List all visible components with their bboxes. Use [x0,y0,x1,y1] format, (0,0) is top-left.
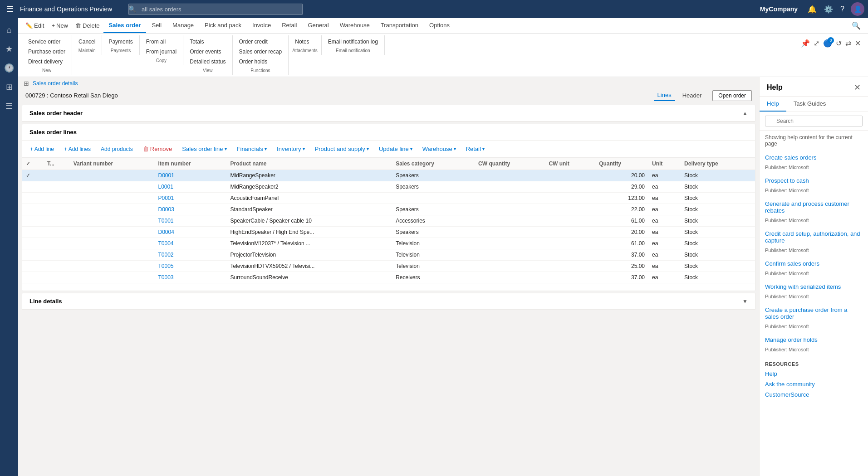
ribbon-purchase-order-btn[interactable]: Purchase order [25,47,68,56]
filter-icon[interactable]: ⊞ [24,80,29,87]
cell-item[interactable]: T0005 [154,261,226,272]
line-details-toggle[interactable]: Line details ▼ [22,293,755,310]
retail-btn[interactable]: Retail ▾ [462,143,489,155]
cell-item[interactable]: L0001 [154,181,226,193]
ribbon-new-btn[interactable]: + New [48,19,72,32]
help-search-input[interactable] [765,116,863,126]
table-row[interactable]: T0001 SpeakerCable / Speaker cable 10 Ac… [22,215,755,227]
ribbon-edit-btn[interactable]: ✏️ Edit [22,19,48,32]
help-article-link[interactable]: Prospect to cash [760,174,868,188]
cell-item[interactable]: P0001 [154,193,226,204]
tab-manage[interactable]: Manage [167,18,199,33]
help-article-link[interactable]: Manage order holds [760,333,868,347]
table-row[interactable]: D0004 HighEndSpeaker / High End Spe... S… [22,227,755,238]
table-row[interactable]: L0001 MidRangeSpeaker2 Speakers 29.00 ea… [22,181,755,193]
ribbon-service-order-btn[interactable]: Service order [25,37,68,46]
tab-options[interactable]: Options [424,18,455,33]
help-article-link[interactable]: Create sales orders [760,151,868,165]
expand-icon[interactable]: ⤢ [812,37,821,49]
pin-icon[interactable]: 📌 [799,37,812,49]
cell-item[interactable]: T0003 [154,272,226,283]
table-row[interactable]: T0002 ProjectorTelevision Television 37.… [22,249,755,261]
avatar[interactable]: 👤 [851,2,864,16]
nav-workspaces-icon[interactable]: ⊞ [0,78,18,96]
sync-icon[interactable]: ⇄ [843,37,853,49]
bell-icon[interactable]: 🔔 [805,3,819,15]
ribbon-delete-btn[interactable]: 🗑 Delete [72,19,103,32]
table-row[interactable]: D0003 StandardSpeaker Speakers 22.00 ea … [22,204,755,215]
cell-item[interactable]: D0004 [154,227,226,238]
help-article-link[interactable]: Credit card setup, authorization, and ca… [760,227,868,248]
tab-header[interactable]: Header [679,90,706,101]
tab-pick-and-pack[interactable]: Pick and pack [199,18,247,33]
h-scrollbar[interactable] [22,283,755,289]
open-order-button[interactable]: Open order [712,90,752,101]
ribbon-order-holds-btn[interactable]: Order holds [236,57,285,66]
help-article-link[interactable]: Working with serialized items [760,280,868,294]
breadcrumb[interactable]: Sales order details [33,80,78,87]
add-products-btn[interactable]: Add products [97,144,137,155]
tab-lines[interactable]: Lines [654,90,675,101]
ribbon-from-all-btn[interactable]: From all [143,37,179,46]
sales-order-header-toggle[interactable]: Sales order header ▲ [22,105,755,121]
nav-modules-icon[interactable]: ☰ [0,97,18,115]
ribbon-notes-btn[interactable]: Notes [292,37,312,46]
help-icon[interactable]: ? [838,3,847,15]
cell-item[interactable]: T0002 [154,249,226,261]
sales-order-line-btn[interactable]: Sales order line ▾ [178,143,230,155]
nav-home-icon[interactable]: ⌂ [0,22,18,39]
table-row[interactable]: T0005 TelevisionHDTVX59052 / Televisi...… [22,261,755,272]
cell-item[interactable]: T0001 [154,215,226,227]
ribbon-payments-btn[interactable]: Payments [106,37,135,46]
notification-count-icon[interactable]: 🔵 0 [821,37,834,49]
cell-item[interactable]: D0003 [154,204,226,215]
inventory-btn[interactable]: Inventory ▾ [273,143,309,155]
remove-btn[interactable]: 🗑 Remove [139,143,176,155]
nav-recent-icon[interactable]: 🕐 [0,59,18,77]
table-row[interactable]: T0004 TelevisionM12037* / Television ...… [22,238,755,249]
help-article-link[interactable]: Confirm sales orders [760,257,868,271]
tab-retail[interactable]: Retail [276,18,302,33]
table-row[interactable]: ✓ D0001 MidRangeSpeaker Speakers 20.00 e… [22,170,755,181]
hamburger-icon[interactable]: ☰ [4,4,16,14]
help-resource-link[interactable]: Ask the community [760,379,868,389]
tab-invoice[interactable]: Invoice [247,18,276,33]
table-row[interactable]: P0001 AcousticFoamPanel 123.00 ea Stock [22,193,755,204]
help-article-link[interactable]: Create a purchase order from a sales ord… [760,303,868,324]
cell-item[interactable]: T0004 [154,238,226,249]
global-search-input[interactable] [128,4,303,15]
ribbon-direct-delivery-btn[interactable]: Direct delivery [25,57,68,66]
ribbon-from-journal-btn[interactable]: From journal [143,47,179,56]
warehouse-btn[interactable]: Warehouse ▾ [418,143,460,155]
ribbon-email-log-btn[interactable]: Email notification log [325,37,381,46]
help-resource-link[interactable]: Help [760,369,868,379]
tab-sell[interactable]: Sell [146,18,167,33]
tab-sales-order[interactable]: Sales order [103,18,147,33]
help-close-icon[interactable]: ✕ [854,83,861,92]
financials-btn[interactable]: Financials ▾ [233,143,271,155]
table-row[interactable]: T0003 SurroundSoundReceive Receivers 37.… [22,272,755,283]
tab-warehouse[interactable]: Warehouse [334,18,375,33]
ribbon-cancel-btn[interactable]: Cancel [76,37,98,46]
help-article-link[interactable]: Generate and process customer rebates [760,197,868,218]
product-supply-btn[interactable]: Product and supply ▾ [311,143,373,155]
ribbon-sales-order-recap-btn[interactable]: Sales order recap [236,47,285,56]
tab-transportation[interactable]: Transportation [375,18,424,33]
cell-item[interactable]: D0001 [154,170,226,181]
ribbon-totals-btn[interactable]: Totals [187,37,228,46]
ribbon-search-icon[interactable]: 🔍 [848,19,864,33]
help-tab-task-guides[interactable]: Task Guides [786,97,834,112]
update-line-btn[interactable]: Update line ▾ [375,143,417,155]
ribbon-detailed-status-btn[interactable]: Detailed status [187,57,228,66]
sales-order-lines-header[interactable]: Sales order lines [22,124,755,141]
ribbon-order-events-btn[interactable]: Order events [187,47,228,56]
add-line-btn[interactable]: + Add line [26,144,58,155]
nav-star-icon[interactable]: ★ [0,40,18,58]
help-resource-link[interactable]: CustomerSource [760,389,868,400]
ribbon-order-credit-btn[interactable]: Order credit [236,37,285,46]
refresh-icon[interactable]: ↺ [834,37,843,49]
close-view-icon[interactable]: ✕ [853,37,863,49]
settings-icon[interactable]: ⚙️ [821,3,836,15]
help-tab-help[interactable]: Help [760,97,786,112]
add-lines-btn[interactable]: + Add lines [60,144,95,155]
